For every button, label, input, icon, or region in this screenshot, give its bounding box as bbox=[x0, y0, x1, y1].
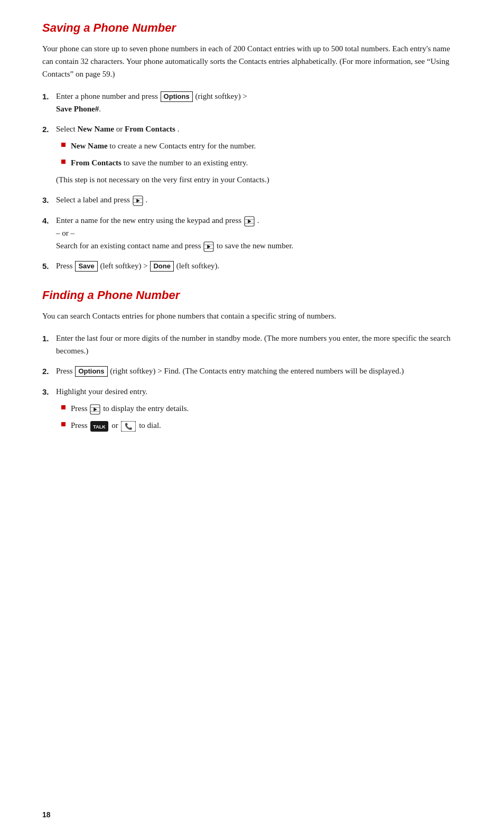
from-contacts-label: From Contacts bbox=[125, 125, 175, 133]
step-1-num: 1. bbox=[42, 90, 56, 103]
s2-step-2: 2. Press Options (right softkey) > Find.… bbox=[42, 365, 462, 378]
s2-step-2-before: Press bbox=[56, 367, 73, 375]
section1-title: Saving a Phone Number bbox=[42, 21, 462, 35]
step-3: 3. Select a label and press . bbox=[42, 193, 462, 207]
bullet-icon-3 bbox=[61, 405, 66, 409]
bullet-icon-4 bbox=[61, 422, 66, 426]
s2-sub-2-after: to dial. bbox=[139, 421, 161, 430]
options-key: Options bbox=[161, 91, 193, 102]
step-1-text-middle: (right softkey) > bbox=[195, 92, 247, 100]
s2-step-1: 1. Enter the last four or more digits of… bbox=[42, 332, 462, 357]
svg-marker-13 bbox=[94, 407, 97, 411]
s2-step-2-content: Press Options (right softkey) > Find. (T… bbox=[56, 365, 462, 377]
section2-title: Finding a Phone Number bbox=[42, 288, 462, 302]
step-1-text-before: Enter a phone number and press bbox=[56, 92, 158, 100]
step-5-num: 5. bbox=[42, 259, 56, 273]
svg-text:📞: 📞 bbox=[125, 422, 133, 430]
ok-button-icon-sub1 bbox=[90, 404, 100, 415]
s2-step-2-num: 2. bbox=[42, 365, 56, 378]
step-5-middle: (left softkey) > bbox=[100, 262, 148, 270]
step-2-sublist: New Name to create a new Contacts entry … bbox=[61, 139, 462, 169]
step-3-num: 3. bbox=[42, 193, 56, 207]
step-1-content: Enter a phone number and press Options (… bbox=[56, 90, 462, 115]
ok-button-icon-4a bbox=[244, 216, 255, 227]
s2-sub-2: Press TALK or bbox=[61, 419, 462, 432]
step-2-num: 2. bbox=[42, 123, 56, 136]
step-2-note: (This step is not necessary on the very … bbox=[56, 173, 462, 186]
step-4: 4. Enter a name for the new entry using … bbox=[42, 214, 462, 252]
svg-text:TALK: TALK bbox=[94, 424, 106, 430]
bullet-icon-2 bbox=[61, 160, 66, 164]
sub-item-1-content: New Name to create a new Contacts entry … bbox=[71, 139, 462, 152]
talk-button: TALK bbox=[90, 421, 108, 432]
step-5-content: Press Save (left softkey) > Done (left s… bbox=[56, 259, 462, 272]
step-5-press: Press bbox=[56, 262, 73, 270]
step-1: 1. Enter a phone number and press Option… bbox=[42, 90, 462, 115]
step-2: 2. Select New Name or From Contacts . Ne… bbox=[42, 123, 462, 186]
s2-sub-1: Press to display the entry details. bbox=[61, 402, 462, 415]
section1-intro: Your phone can store up to seven phone n… bbox=[42, 42, 462, 80]
section2-container: Finding a Phone Number You can search Co… bbox=[42, 288, 462, 436]
section2-steps: 1. Enter the last four or more digits of… bbox=[42, 332, 462, 436]
s2-sub-1-after: to display the entry details. bbox=[103, 404, 189, 413]
step-4-search-text2: to save the new number. bbox=[217, 241, 293, 250]
svg-marker-5 bbox=[248, 219, 251, 223]
s2-step-2-after: (right softkey) > Find. (The Contacts en… bbox=[110, 367, 404, 375]
s2-step-3-text: Highlight your desired entry. bbox=[56, 387, 147, 396]
step-4-content: Enter a name for the new entry using the… bbox=[56, 214, 462, 252]
step-4-text: Enter a name for the new entry using the… bbox=[56, 216, 241, 225]
options-key-2: Options bbox=[75, 366, 107, 377]
s2-step-1-num: 1. bbox=[42, 332, 56, 345]
step-5-after: (left softkey). bbox=[176, 262, 220, 270]
svg-marker-9 bbox=[208, 245, 211, 248]
step-5: 5. Press Save (left softkey) > Done (lef… bbox=[42, 259, 462, 273]
s2-sub-2-middle: or bbox=[111, 421, 118, 430]
section1-steps: 1. Enter a phone number and press Option… bbox=[42, 90, 462, 273]
section2-intro: You can search Contacts entries for phon… bbox=[42, 310, 462, 322]
step-2-or: or bbox=[116, 125, 125, 133]
speaker-button: 📞 bbox=[121, 421, 136, 432]
s2-step-3-num: 3. bbox=[42, 385, 56, 398]
sub-text-2: to save the number to an existing entry. bbox=[124, 158, 248, 167]
step-3-text: Select a label and press bbox=[56, 195, 130, 204]
s2-step-3: 3. Highlight your desired entry. Press bbox=[42, 385, 462, 436]
svg-marker-1 bbox=[136, 199, 139, 202]
page-number: 18 bbox=[42, 810, 51, 819]
s2-sub-2-before: Press bbox=[71, 421, 88, 430]
sub-bold-new-name: New Name bbox=[71, 142, 108, 150]
step-4-search-text: Search for an existing contact name and … bbox=[56, 241, 201, 250]
sub-item-from-contacts: From Contacts to save the number to an e… bbox=[61, 156, 462, 169]
ok-button-icon-3 bbox=[133, 195, 143, 206]
s2-step-3-sublist: Press to display the entry details. bbox=[61, 402, 462, 432]
sub-text-1: to create a new Contacts entry for the n… bbox=[109, 142, 256, 150]
save-key: Save bbox=[75, 261, 97, 272]
step-2-content: Select New Name or From Contacts . New N… bbox=[56, 123, 462, 186]
done-key: Done bbox=[150, 261, 174, 272]
step-4-num: 4. bbox=[42, 214, 56, 227]
sub-item-new-name: New Name to create a new Contacts entry … bbox=[61, 139, 462, 152]
ok-button-icon-4b bbox=[203, 241, 214, 252]
talk-icon: TALK bbox=[90, 421, 108, 432]
or-line: – or – bbox=[56, 229, 74, 237]
s2-sub-1-content: Press to display the entry details. bbox=[71, 402, 462, 415]
s2-sub-2-content: Press TALK or bbox=[71, 419, 462, 432]
s2-step-1-content: Enter the last four or more digits of th… bbox=[56, 332, 462, 357]
sub-item-2-content: From Contacts to save the number to an e… bbox=[71, 156, 462, 169]
step-2-text: Select bbox=[56, 125, 76, 133]
s2-sub-1-before: Press bbox=[71, 404, 88, 413]
bullet-icon-1 bbox=[61, 143, 66, 147]
step-1-bold: Save Phone# bbox=[56, 105, 99, 113]
s2-step-3-content: Highlight your desired entry. Press bbox=[56, 385, 462, 436]
step-3-content: Select a label and press . bbox=[56, 193, 462, 206]
sub-bold-from-contacts: From Contacts bbox=[71, 158, 122, 167]
new-name-label: New Name bbox=[77, 125, 114, 133]
speaker-icon: 📞 bbox=[121, 421, 136, 432]
